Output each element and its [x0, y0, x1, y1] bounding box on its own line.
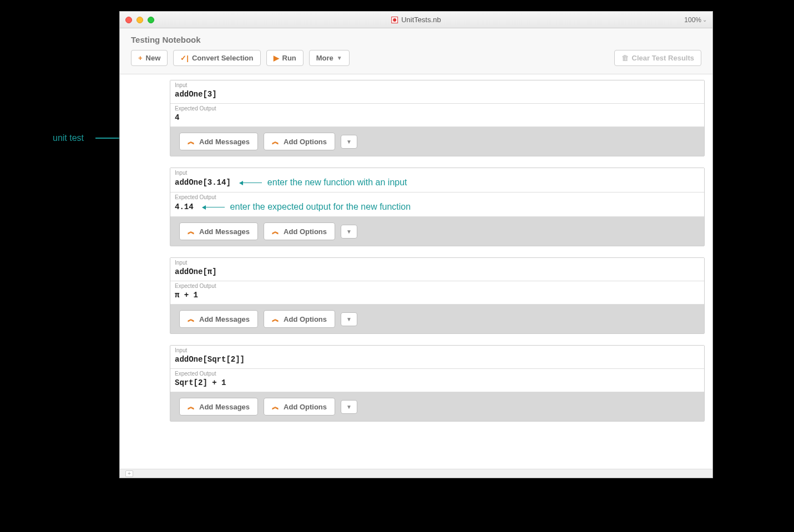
- input-value: addOne[3.14] enter the new function with…: [170, 176, 704, 192]
- workspace: Input addOne[3] Expected Output 4 ︽ Add …: [120, 74, 712, 469]
- page-title: Testing Notebook: [131, 35, 701, 44]
- trash-icon: 🗑: [621, 54, 629, 62]
- expand-icon: ︽: [272, 314, 279, 324]
- zoom-value: 100%: [684, 16, 701, 24]
- options-dropdown[interactable]: ▼: [341, 225, 357, 239]
- add-messages-label: Add Messages: [199, 315, 250, 323]
- cell-actions: ︽ Add Messages ︽ Add Options ▼: [170, 392, 704, 421]
- test-cell: Input addOne[π] Expected Output π + 1 ︽ …: [170, 257, 705, 334]
- expand-icon: ︽: [188, 314, 195, 324]
- maximize-icon[interactable]: [148, 17, 154, 23]
- add-options-button[interactable]: ︽ Add Options: [264, 222, 335, 240]
- expected-section[interactable]: Expected Output Sqrt[2] + 1: [170, 369, 704, 392]
- clear-results-button[interactable]: 🗑 Clear Test Results: [614, 50, 701, 66]
- input-label: Input: [170, 80, 704, 89]
- input-value: addOne[π]: [170, 266, 704, 281]
- input-section[interactable]: Input addOne[3]: [170, 80, 704, 104]
- expected-value: Sqrt[2] + 1: [170, 377, 704, 392]
- zoom-control[interactable]: 100% ⌄: [684, 16, 707, 24]
- arrow-icon: [240, 183, 262, 183]
- new-button[interactable]: + New: [131, 50, 168, 66]
- expand-icon: ︽: [272, 136, 279, 146]
- toolbar: + New ✓| Convert Selection ▶ Run More ▼ …: [131, 50, 701, 66]
- notebook-header: Testing Notebook + New ✓| Convert Select…: [120, 28, 712, 74]
- expected-label: Expected Output: [170, 369, 704, 377]
- convert-button-label: Convert Selection: [192, 54, 254, 62]
- add-messages-button[interactable]: ︽ Add Messages: [179, 222, 258, 240]
- chevron-down-icon: ⌄: [702, 17, 707, 23]
- window-title: UnitTests.nb: [391, 16, 441, 24]
- add-options-button[interactable]: ︽ Add Options: [264, 133, 335, 150]
- expand-icon: ︽: [272, 402, 279, 412]
- play-icon: ▶: [274, 54, 279, 62]
- chevron-down-icon: ▼: [337, 55, 342, 61]
- minimize-icon[interactable]: [136, 17, 143, 23]
- add-messages-label: Add Messages: [199, 227, 250, 236]
- expected-value: π + 1: [170, 290, 704, 304]
- expected-label: Expected Output: [170, 281, 704, 290]
- expand-icon: ︽: [188, 136, 195, 146]
- more-button[interactable]: More ▼: [309, 50, 350, 66]
- clear-button-label: Clear Test Results: [632, 54, 694, 62]
- add-options-label: Add Options: [284, 403, 327, 411]
- test-cell: Input addOne[3.14] enter the new functio…: [170, 168, 705, 246]
- notebook-window: UnitTests.nb 100% ⌄ Testing Notebook + N…: [119, 11, 713, 478]
- expected-value: 4: [170, 112, 704, 126]
- expected-label: Expected Output: [170, 104, 704, 112]
- add-options-label: Add Options: [284, 315, 327, 323]
- add-messages-button[interactable]: ︽ Add Messages: [179, 398, 258, 416]
- input-code: addOne[3.14]: [175, 178, 231, 187]
- check-icon: ✓|: [180, 54, 189, 62]
- cell-actions: ︽ Add Messages ︽ Add Options ▼: [170, 305, 704, 333]
- close-icon[interactable]: [125, 17, 132, 23]
- plus-icon: +: [138, 54, 143, 62]
- add-options-label: Add Options: [284, 227, 327, 236]
- cell-actions: ︽ Add Messages ︽ Add Options ▼: [170, 127, 704, 156]
- options-dropdown[interactable]: ▼: [341, 312, 357, 326]
- footer-bar: +: [120, 469, 712, 478]
- add-messages-label: Add Messages: [199, 403, 250, 411]
- convert-selection-button[interactable]: ✓| Convert Selection: [173, 50, 260, 66]
- expected-section[interactable]: Expected Output π + 1: [170, 281, 704, 305]
- input-value: addOne[3]: [170, 89, 704, 103]
- input-label: Input: [170, 258, 704, 266]
- annotation-input-text: enter the new function with an input: [267, 178, 407, 188]
- input-label: Input: [170, 346, 704, 354]
- add-options-button[interactable]: ︽ Add Options: [264, 310, 335, 328]
- annotation-output-text: enter the expected output for the new fu…: [230, 202, 411, 212]
- expected-value: 4.14 enter the expected output for the n…: [170, 201, 704, 216]
- add-messages-label: Add Messages: [199, 138, 250, 146]
- annotation-output: enter the expected output for the new fu…: [203, 202, 411, 212]
- input-label: Input: [170, 168, 704, 176]
- input-section[interactable]: Input addOne[Sqrt[2]]: [170, 346, 704, 369]
- annotation-input: enter the new function with an input: [240, 178, 407, 188]
- annotation-unit-test: unit test: [53, 133, 84, 143]
- run-button[interactable]: ▶ Run: [266, 50, 304, 66]
- options-dropdown[interactable]: ▼: [341, 135, 357, 149]
- test-cell: Input addOne[Sqrt[2]] Expected Output Sq…: [170, 345, 705, 422]
- add-messages-button[interactable]: ︽ Add Messages: [179, 310, 258, 328]
- add-tab-button[interactable]: +: [125, 470, 133, 477]
- cell-actions: ︽ Add Messages ︽ Add Options ▼: [170, 217, 704, 246]
- options-dropdown[interactable]: ▼: [341, 400, 357, 414]
- test-cell: Input addOne[3] Expected Output 4 ︽ Add …: [170, 80, 705, 156]
- titlebar: UnitTests.nb 100% ⌄: [120, 12, 712, 28]
- input-section[interactable]: Input addOne[3.14] enter the new functio…: [170, 168, 704, 192]
- notebook-icon: [391, 17, 398, 23]
- expected-section[interactable]: Expected Output 4.14 enter the expected …: [170, 192, 704, 217]
- expected-code: 4.14: [175, 202, 194, 211]
- run-button-label: Run: [282, 54, 296, 62]
- expected-section[interactable]: Expected Output 4: [170, 104, 704, 127]
- add-options-label: Add Options: [284, 138, 327, 146]
- expand-icon: ︽: [272, 226, 279, 236]
- input-section[interactable]: Input addOne[π]: [170, 258, 704, 281]
- arrow-icon: [203, 207, 225, 207]
- expected-label: Expected Output: [170, 192, 704, 201]
- expand-icon: ︽: [188, 402, 195, 412]
- more-button-label: More: [316, 54, 333, 62]
- title-text: UnitTests.nb: [401, 16, 441, 24]
- add-options-button[interactable]: ︽ Add Options: [264, 398, 335, 416]
- add-messages-button[interactable]: ︽ Add Messages: [179, 133, 258, 150]
- input-value: addOne[Sqrt[2]]: [170, 354, 704, 368]
- new-button-label: New: [146, 54, 161, 62]
